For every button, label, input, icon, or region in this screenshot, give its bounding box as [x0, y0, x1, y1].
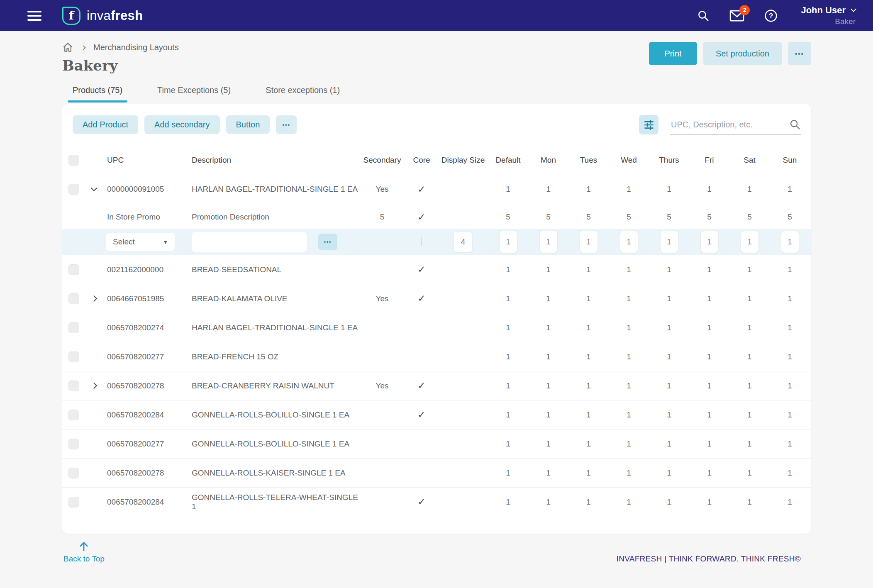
back-to-top-button[interactable]: Back to Top [63, 540, 105, 564]
mail-icon[interactable]: 2 [729, 10, 744, 22]
user-menu[interactable]: John User Baker [801, 5, 856, 26]
tab-products[interactable]: Products (75) [68, 85, 127, 102]
add-secondary-button[interactable]: Add secondary [144, 115, 219, 134]
search-icon[interactable] [697, 10, 710, 22]
table-row: 0065708200278 BREAD-CRANBERRY RAISIN WAL… [62, 371, 811, 400]
toolbar-more-button[interactable]: ••• [276, 115, 297, 134]
check-icon: ✓ [417, 380, 425, 391]
value-cell: 5 [729, 212, 770, 222]
filter-icon[interactable] [639, 115, 658, 134]
row-more-button[interactable]: ••• [318, 234, 337, 250]
search-input[interactable] [670, 120, 789, 130]
table-row: 0065708200274 HARLAN BAGEL-TRADITIONAL-S… [62, 313, 811, 342]
edit-default-input[interactable] [500, 231, 517, 253]
value-cell: 1 [770, 185, 810, 194]
row-checkbox[interactable] [68, 468, 79, 478]
products-card: Add Product Add secondary Button ••• UPC… [62, 104, 811, 534]
value-cell: 1 [689, 439, 729, 449]
row-checkbox[interactable] [68, 322, 79, 333]
value-cell: 1 [689, 498, 729, 507]
row-checkbox[interactable] [68, 293, 79, 304]
value-cell: 1 [528, 323, 568, 332]
arrow-up-icon [78, 540, 90, 552]
edit-fri-input[interactable] [701, 231, 718, 253]
edit-tues-input[interactable] [580, 231, 597, 253]
search-icon[interactable] [789, 119, 801, 130]
description-input[interactable] [192, 232, 307, 252]
add-product-button[interactable]: Add Product [73, 115, 138, 134]
select-all-checkbox[interactable] [68, 155, 79, 166]
page-footer: Back to Top INVAFRESH | THINK FORWARD. T… [0, 534, 873, 564]
value-cell: 1 [568, 352, 609, 361]
expand-row-button[interactable] [85, 296, 102, 301]
upc-cell: 0065708200274 [102, 323, 189, 332]
column-header: Sat [729, 156, 770, 165]
column-header: Wed [609, 156, 649, 165]
description-cell: GONNELLA-ROLLS-BOLILLO-SINGLE 1 EA [189, 439, 359, 449]
expand-row-button[interactable] [85, 383, 102, 388]
breadcrumb-separator-icon [81, 45, 85, 50]
collapse-row-button[interactable] [85, 188, 102, 190]
upc-cell: 0065708200277 [102, 439, 189, 449]
display-size-input[interactable] [454, 232, 472, 252]
value-cell: 5 [649, 212, 689, 222]
select-dropdown[interactable]: Select ▼ [106, 233, 175, 251]
value-cell: 1 [488, 352, 528, 361]
edit-row: Select ▼ ••• [62, 229, 811, 255]
row-checkbox[interactable] [68, 410, 79, 420]
brand-name: invafresh [87, 8, 143, 23]
description-cell: BREAD-FRENCH 15 OZ [189, 352, 359, 361]
row-checkbox[interactable] [68, 497, 79, 507]
user-role: Baker [835, 17, 856, 26]
day-values: 11111111 [488, 410, 810, 420]
edit-wed-input[interactable] [620, 231, 638, 253]
generic-button[interactable]: Button [226, 115, 270, 134]
tab-store-exceptions[interactable]: Store exceptions (1) [261, 85, 345, 102]
value-cell: 1 [729, 294, 770, 303]
breadcrumb-merchandising-layouts[interactable]: Merchandising Layouts [93, 43, 179, 52]
value-cell: 1 [568, 439, 609, 449]
menu-icon[interactable] [27, 11, 41, 21]
set-production-button[interactable]: Set production [703, 42, 782, 65]
top-navbar: f invafresh 2 ? John User Baker [0, 0, 873, 31]
core-checkbox[interactable] [421, 237, 422, 246]
check-icon: ✓ [417, 293, 425, 304]
edit-sat-input[interactable] [741, 231, 758, 253]
chevron-down-icon [851, 6, 856, 12]
description-cell: BREAD-SEEDSATIONAL [189, 265, 359, 274]
value-cell: 5 [488, 212, 528, 222]
upc-cell: 0065708200284 [102, 410, 189, 420]
help-icon[interactable]: ? [764, 9, 778, 22]
row-checkbox[interactable] [68, 351, 79, 362]
chevron-right-icon [90, 295, 97, 302]
column-header: Mon [528, 156, 568, 165]
value-cell: 1 [649, 468, 689, 478]
row-checkbox[interactable] [68, 381, 79, 391]
value-cell: 1 [609, 410, 649, 420]
upc-cell: 0065708200284 [102, 498, 189, 507]
value-cell: 1 [609, 439, 649, 449]
edit-thurs-input[interactable] [661, 231, 678, 253]
description-cell: BREAD-CRANBERRY RAISIN WALNUT [189, 381, 359, 390]
value-cell: 5 [609, 212, 649, 222]
value-cell: 1 [770, 410, 810, 420]
value-cell: 1 [770, 498, 810, 507]
row-checkbox[interactable] [68, 264, 79, 275]
print-button[interactable]: Print [649, 42, 697, 65]
value-cell: 1 [488, 468, 528, 478]
row-checkbox[interactable] [68, 439, 79, 449]
edit-sun-input[interactable] [781, 231, 799, 253]
tab-time-exceptions[interactable]: Time Exceptions (5) [152, 85, 236, 102]
invafresh-logo[interactable]: f invafresh [62, 7, 143, 25]
description-cell: GONNELLA-ROLLS-KAISER-SINGLE 1 EA [189, 468, 359, 478]
value-cell: 1 [649, 294, 689, 303]
column-header: Thurs [649, 156, 689, 165]
row-checkbox[interactable] [68, 184, 79, 195]
more-actions-button[interactable]: ••• [788, 42, 811, 65]
check-icon: ✓ [417, 212, 425, 222]
chevron-right-icon [90, 383, 97, 389]
check-icon: ✓ [417, 264, 425, 275]
check-icon: ✓ [417, 496, 425, 507]
home-icon[interactable] [62, 42, 73, 53]
edit-mon-input[interactable] [540, 231, 557, 253]
